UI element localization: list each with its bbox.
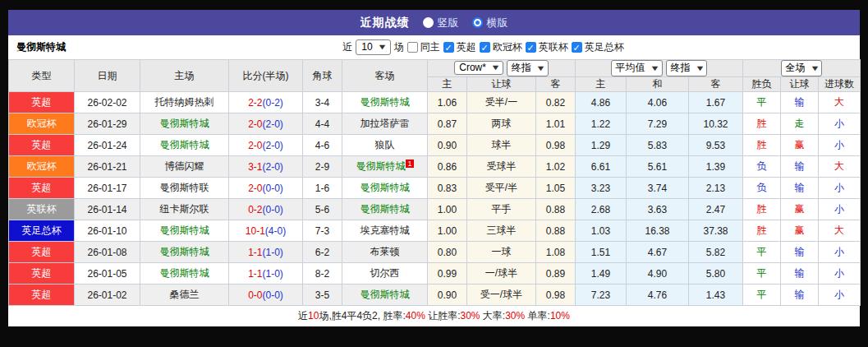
score-cell[interactable]: 10-1(4-0) (229, 220, 303, 242)
radio-vertical-layout[interactable]: 竖版 (423, 16, 459, 30)
home-team-cell[interactable]: 曼彻斯特联 (140, 178, 229, 199)
avg-draw-odds-cell: 4.06 (627, 92, 689, 113)
halftime-score: (2-0) (263, 118, 283, 130)
result-handicap-cell: 输 (781, 285, 819, 306)
away-team-cell[interactable]: 埃克塞特城 (342, 220, 428, 242)
score-cell[interactable]: 2-0(2-0) (229, 135, 303, 156)
result-handicap-cell: 输 (781, 178, 819, 199)
fulltime-score[interactable]: 2-2 (248, 97, 262, 109)
away-team-cell[interactable]: 切尔西 (342, 263, 428, 285)
result-wdl-cell: 胜 (743, 220, 781, 242)
home-team-cell[interactable]: 桑德兰 (140, 285, 229, 306)
result-handicap-cell: 走 (781, 113, 819, 135)
date-cell: 26-01-29 (75, 113, 140, 135)
away-team-cell[interactable]: 曼彻斯特城1 (342, 156, 428, 178)
league-badge: 欧冠杯 (9, 156, 75, 178)
league-badge: 英超 (9, 285, 75, 306)
away-team-cell[interactable]: 布莱顿 (342, 242, 428, 263)
asian-away-odds-cell: 1.05 (536, 178, 576, 199)
europe-type-select[interactable]: 平均值 ▼ (611, 60, 663, 76)
radio-label[interactable]: 横版 (487, 16, 508, 30)
avg-home-odds-cell: 3.23 (576, 178, 627, 199)
fulltime-score[interactable]: 3-1 (248, 161, 262, 173)
summary-segment: 大率: (480, 310, 506, 322)
europe-time-select[interactable]: 终指 ▼ (666, 60, 708, 76)
fulltime-score[interactable]: 2-0 (248, 183, 262, 194)
score-cell[interactable]: 2-2(0-2) (229, 92, 303, 113)
odds-company-select[interactable]: Crow* ▼ (454, 61, 503, 75)
away-team-cell[interactable]: 曼彻斯特城 (342, 285, 428, 306)
home-team-cell[interactable]: 曼彻斯特城 (140, 263, 229, 285)
result-handicap-cell: 输 (781, 92, 819, 113)
score-cell[interactable]: 2-0(0-0) (229, 178, 303, 199)
handicap-cell: 受平/半 (467, 178, 536, 199)
score-cell[interactable]: 1-1(1-0) (229, 263, 303, 285)
league-filter-efl-cup[interactable]: 英联杯 (526, 40, 568, 54)
odds-time-select[interactable]: 终指 ▼ (507, 60, 549, 76)
handicap-cell: 两球 (467, 113, 536, 135)
radio-label[interactable]: 竖版 (438, 16, 459, 30)
result-handicap-cell: 赢 (781, 135, 819, 156)
scope-select[interactable]: 全场 ▼ (781, 60, 823, 76)
home-team-cell[interactable]: 曼彻斯特城 (140, 242, 229, 263)
radio-icon-vertical[interactable] (423, 17, 434, 28)
checkbox-same-home[interactable] (407, 42, 418, 53)
fulltime-score[interactable]: 0-2 (248, 204, 262, 215)
table-row: 英超 26-01-02 桑德兰 0-0(0-0) 3-5 曼彻斯特城 0.90 … (9, 285, 861, 306)
away-team-cell[interactable]: 曼彻斯特城 (342, 199, 428, 220)
away-team-cell[interactable]: 曼彻斯特城 (342, 92, 428, 113)
away-team-cell[interactable]: 狼队 (342, 135, 428, 156)
checkbox-league-cup[interactable] (526, 42, 536, 53)
corner-cell: 7-3 (303, 220, 342, 242)
home-team-cell[interactable]: 曼彻斯特城 (140, 135, 229, 156)
home-team-cell[interactable]: 纽卡斯尔联 (140, 199, 229, 220)
home-team-cell[interactable]: 曼彻斯特城 (140, 113, 229, 135)
fulltime-score[interactable]: 10-1 (246, 225, 265, 237)
corner-cell: 2-9 (303, 156, 342, 178)
score-cell[interactable]: 1-1(1-0) (229, 242, 303, 263)
away-team-cell[interactable]: 加拉塔萨雷 (342, 113, 428, 135)
home-team-cell[interactable]: 博德闪耀 (140, 156, 229, 178)
chevron-down-icon: ▼ (490, 63, 500, 72)
score-cell[interactable]: 2-0(2-0) (229, 113, 303, 135)
result-wdl-cell: 胜 (743, 135, 781, 156)
radio-horizontal-layout[interactable]: 横版 (472, 16, 508, 30)
corner-cell: 8-2 (303, 263, 342, 285)
score-cell[interactable]: 3-1(2-0) (229, 156, 303, 178)
asian-home-odds-cell: 0.99 (428, 263, 467, 285)
match-count-select[interactable]: 10 ▼ (356, 39, 390, 55)
handicap-cell: 一球 (467, 242, 536, 263)
league-filter-fa-cup[interactable]: 英足总杯 (572, 40, 624, 54)
sub-header-result-handicap: 让球 (781, 77, 819, 92)
radio-icon-horizontal[interactable] (472, 17, 483, 28)
scope-header: 全场 ▼ (743, 60, 861, 77)
result-goals-cell: 大 (819, 220, 861, 242)
league-filter-ucl[interactable]: 欧冠杯 (480, 40, 522, 54)
fulltime-score[interactable]: 2-0 (248, 140, 262, 151)
fulltime-score[interactable]: 0-0 (248, 289, 262, 301)
fulltime-score[interactable]: 1-1 (248, 247, 262, 258)
checkbox-champions-league[interactable] (480, 42, 490, 53)
score-cell[interactable]: 0-0(0-0) (229, 285, 303, 306)
league-badge: 英超 (9, 178, 75, 199)
date-cell: 26-01-02 (75, 285, 140, 306)
home-team-cell[interactable]: 曼彻斯特城 (140, 220, 229, 242)
chevron-down-icon: ▼ (535, 64, 545, 72)
score-cell[interactable]: 0-2(0-0) (229, 199, 303, 220)
result-wdl-cell: 平 (743, 92, 781, 113)
away-team-cell[interactable]: 曼彻斯特城 (342, 178, 428, 199)
checkbox-fa-cup[interactable] (572, 42, 582, 53)
fulltime-score[interactable]: 1-1 (248, 268, 262, 280)
summary-segment: 40% (406, 310, 425, 322)
league-filter-premier[interactable]: 英超 (443, 40, 476, 54)
checkbox-premier-league[interactable] (443, 42, 454, 53)
fulltime-score[interactable]: 2-0 (248, 118, 262, 130)
handicap-cell: 球半 (467, 135, 536, 156)
home-team-cell[interactable]: 托特纳姆热刺 (140, 92, 229, 113)
filters-group: 近 10 ▼ 场 同主 英超 欧冠杯 英联杯 (244, 39, 623, 55)
avg-away-odds-cell: 10.32 (689, 113, 743, 135)
sub-header-result-goals: 进球数 (819, 77, 861, 92)
avg-home-odds-cell: 1.03 (576, 220, 627, 242)
same-home-filter[interactable]: 同主 (407, 40, 440, 54)
result-goals-cell: 大 (819, 92, 861, 113)
